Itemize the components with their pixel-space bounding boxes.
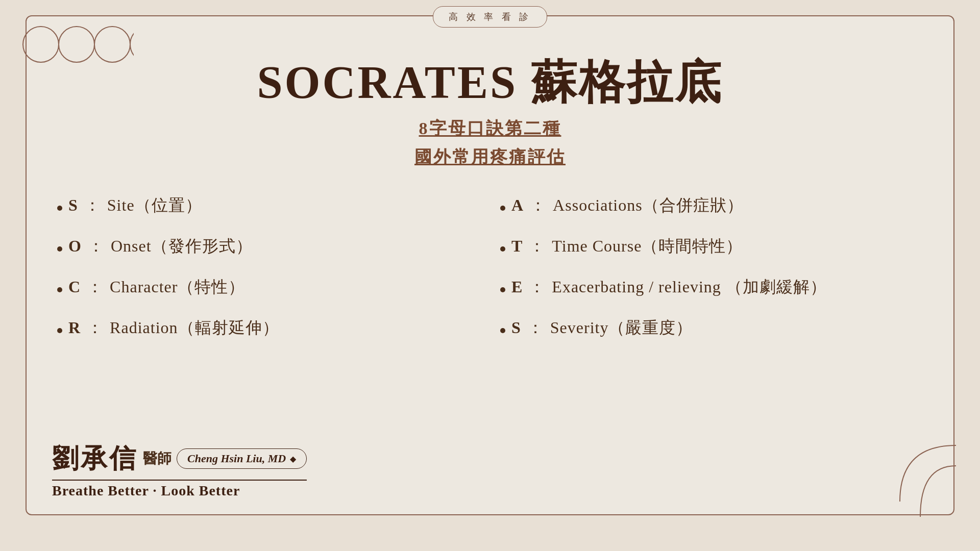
bullet-S bbox=[57, 206, 62, 211]
doctor-name-badge: Cheng Hsin Liu, MD ◆ bbox=[177, 448, 307, 469]
item-E-letter: E bbox=[511, 278, 523, 296]
main-title: SOCRATES 蘇格拉底 bbox=[57, 57, 923, 108]
item-S-text: Site（位置） bbox=[107, 194, 202, 217]
item-C-text: Character（特性） bbox=[110, 276, 245, 298]
doctor-chinese-name: 劉承信 bbox=[52, 441, 138, 477]
bullet-O bbox=[57, 246, 62, 252]
list-item-T: T ： Time Course（時間特性） bbox=[500, 235, 923, 258]
bullet-S2 bbox=[500, 328, 505, 333]
item-S2-text: Severity（嚴重度） bbox=[550, 317, 693, 339]
list-item-O: O ： Onset（發作形式） bbox=[57, 235, 480, 258]
badge-text: 高 效 率 看 診 bbox=[449, 12, 531, 22]
subtitle-line2: 國外常用疼痛評估 bbox=[57, 145, 923, 169]
bullet-T bbox=[500, 246, 505, 252]
item-O-text: Onset（發作形式） bbox=[111, 235, 253, 258]
bullet-C bbox=[57, 287, 62, 292]
footer: 劉承信 醫師 Cheng Hsin Liu, MD ◆ Breathe Bett… bbox=[52, 441, 307, 499]
item-A-text: Associations（合併症狀） bbox=[553, 194, 744, 217]
right-column: A ： Associations（合併症狀） T ： Time Course（時… bbox=[500, 194, 923, 339]
item-E-text: Exacerbating / relieving （加劇緩解） bbox=[552, 276, 826, 298]
left-column: S ： Site（位置） O ： Onset（發作形式） C ： Charact… bbox=[57, 194, 480, 339]
item-R-text: Radiation（輻射延伸） bbox=[110, 317, 279, 339]
svg-point-1 bbox=[59, 27, 94, 62]
deco-circles-top-left bbox=[21, 11, 134, 78]
deco-arc-bottom-right bbox=[874, 440, 956, 517]
item-S-letter: S bbox=[68, 196, 78, 215]
bullet-E bbox=[500, 287, 505, 292]
item-R-letter: R bbox=[68, 318, 81, 337]
list-item-E: E ： Exacerbating / relieving （加劇緩解） bbox=[500, 276, 923, 298]
list-item-A: A ： Associations（合併症狀） bbox=[500, 194, 923, 217]
item-T-text: Time Course（時間特性） bbox=[552, 235, 743, 258]
bullet-A bbox=[500, 206, 505, 211]
doctor-name-en: Cheng Hsin Liu, MD bbox=[187, 452, 286, 465]
item-T-letter: T bbox=[511, 237, 523, 256]
doctor-name-row: 劉承信 醫師 Cheng Hsin Liu, MD ◆ bbox=[52, 441, 307, 477]
diamond-icon: ◆ bbox=[290, 454, 296, 464]
content-area: S ： Site（位置） O ： Onset（發作形式） C ： Charact… bbox=[57, 194, 923, 339]
item-A-letter: A bbox=[511, 196, 524, 215]
svg-point-3 bbox=[130, 27, 134, 62]
title-section: SOCRATES 蘇格拉底 8字母口訣第二種 國外常用疼痛評估 bbox=[57, 57, 923, 169]
list-item-S2: S ： Severity（嚴重度） bbox=[500, 317, 923, 339]
top-badge: 高 效 率 看 診 bbox=[433, 6, 547, 28]
main-card: 高 效 率 看 診 SOCRATES 蘇格拉底 8字母口訣第二種 國外常用疼痛評… bbox=[26, 15, 954, 515]
bullet-R bbox=[57, 328, 62, 333]
list-item-R: R ： Radiation（輻射延伸） bbox=[57, 317, 480, 339]
list-item-C: C ： Character（特性） bbox=[57, 276, 480, 298]
item-C-letter: C bbox=[68, 278, 81, 296]
svg-point-0 bbox=[23, 27, 59, 62]
doctor-title-cn: 醫師 bbox=[143, 449, 172, 468]
list-item-S: S ： Site（位置） bbox=[57, 194, 480, 217]
item-O-letter: O bbox=[68, 237, 82, 256]
subtitle-line1: 8字母口訣第二種 bbox=[57, 117, 923, 140]
tagline: Breathe Better · Look Better bbox=[52, 480, 307, 499]
svg-point-2 bbox=[94, 27, 130, 62]
item-S2-letter: S bbox=[511, 318, 521, 337]
